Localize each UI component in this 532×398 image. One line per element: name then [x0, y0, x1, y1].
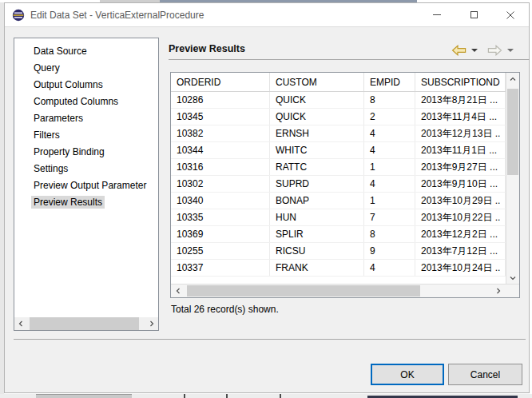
cell-custom: HUN: [270, 209, 364, 225]
cell-empid: 4: [364, 260, 415, 276]
caption-buttons: [419, 3, 529, 26]
table-horizontal-scrollbar[interactable]: [171, 284, 519, 297]
screen: Edit Data Set - VerticaExternalProcedure…: [0, 0, 532, 398]
close-icon: [506, 11, 514, 19]
cell-empid: 8: [364, 226, 415, 242]
table-row[interactable]: 10302 SUPRD 4 2013年9月10日 ...: [171, 176, 506, 193]
table-row[interactable]: 10255 RICSU 9 2013年7月12日 ...: [171, 243, 506, 260]
cell-empid: 7: [364, 209, 415, 225]
sidebar-item[interactable]: Data Source: [14, 43, 158, 60]
sidebar-item[interactable]: Preview Output Parameter: [14, 177, 158, 194]
sidebar-item[interactable]: Property Binding: [14, 144, 158, 161]
cell-empid: 1: [364, 159, 415, 175]
history-nav: [451, 43, 514, 58]
table-row[interactable]: 10316 RATTC 1 2013年9月27日 ...: [171, 159, 506, 176]
cell-subscriptiond: 2013年11月1日 ...: [415, 142, 506, 158]
sidebar-item[interactable]: Parameters: [14, 110, 158, 127]
scroll-right-icon[interactable]: [145, 317, 158, 330]
table-row[interactable]: 10382 ERNSH 4 2013年12月13日 ..: [171, 125, 506, 142]
cell-empid: 4: [364, 142, 415, 158]
back-arrow-icon[interactable]: [451, 45, 466, 56]
cell-empid: 2: [364, 109, 415, 125]
maximize-icon: [470, 11, 478, 18]
scrollbar-track[interactable]: [185, 285, 491, 297]
page-title: Preview Results: [169, 43, 245, 54]
cell-custom: ERNSH: [270, 125, 364, 141]
cell-empid: 4: [364, 176, 415, 192]
column-header[interactable]: SUBSCRIPTIOND: [415, 73, 506, 91]
scrollbar-thumb[interactable]: [507, 89, 518, 175]
cell-orderid: 10302: [171, 176, 270, 192]
scrollbar-track[interactable]: [27, 317, 145, 330]
sidebar-item[interactable]: Filters: [14, 127, 158, 144]
cell-subscriptiond: 2013年10月24日 ..: [415, 260, 506, 276]
cell-subscriptiond: 2013年12月2日 ...: [415, 226, 506, 242]
scroll-left-icon[interactable]: [171, 285, 185, 297]
cell-custom: BONAP: [270, 193, 364, 209]
footer-separator: [14, 339, 526, 340]
cell-orderid: 10286: [171, 92, 270, 108]
table-vertical-scrollbar[interactable]: [506, 73, 519, 284]
table-header-row: ORDERIDCUSTOMEMPIDSUBSCRIPTIOND: [171, 73, 506, 92]
background-tick: [226, 394, 228, 398]
scrollbar-thumb[interactable]: [30, 317, 139, 330]
column-header[interactable]: ORDERID: [171, 73, 270, 91]
column-header[interactable]: EMPID: [364, 73, 415, 91]
minimize-button[interactable]: [419, 3, 455, 26]
scroll-up-icon[interactable]: [506, 73, 519, 85]
sidebar-item[interactable]: Settings: [14, 161, 158, 177]
cell-empid: 1: [364, 193, 415, 209]
ok-button[interactable]: OK: [371, 364, 444, 385]
cell-custom: QUICK: [270, 92, 364, 108]
table-row[interactable]: 10345 QUICK 2 2013年11月4日 ...: [171, 109, 506, 125]
minimize-icon: [433, 14, 441, 15]
cell-custom: QUICK: [270, 109, 364, 125]
cell-empid: 4: [364, 125, 415, 141]
sidebar-item[interactable]: Query: [14, 60, 158, 77]
cell-empid: 8: [364, 92, 415, 108]
scroll-down-icon[interactable]: [506, 272, 519, 284]
close-button[interactable]: [492, 3, 529, 26]
cell-subscriptiond: 2013年7月12日 ...: [415, 243, 506, 259]
cell-custom: FRANK: [270, 260, 364, 276]
table-row[interactable]: 10286 QUICK 8 2013年8月21日 ...: [171, 92, 506, 109]
sidebar-horizontal-scrollbar[interactable]: [14, 317, 158, 330]
sidebar-item[interactable]: Preview Results: [14, 194, 158, 211]
back-dropdown-icon[interactable]: [471, 49, 478, 52]
title-bar[interactable]: Edit Data Set - VerticaExternalProcedure: [5, 3, 529, 27]
scrollbar-thumb[interactable]: [187, 285, 420, 297]
eclipse-icon: [12, 9, 25, 22]
sidebar-item[interactable]: Computed Columns: [14, 94, 158, 110]
forward-arrow-icon[interactable]: [487, 45, 502, 56]
cell-orderid: 10369: [171, 226, 270, 242]
table-row[interactable]: 10335 HUN 7 2013年10月22日 ..: [171, 209, 506, 226]
cell-orderid: 10340: [171, 193, 270, 209]
sidebar-items: Data SourceQueryOutput ColumnsComputed C…: [14, 38, 158, 211]
cell-orderid: 10344: [171, 142, 270, 158]
column-header[interactable]: CUSTOM: [270, 73, 364, 91]
background-tick: [184, 394, 185, 398]
cell-custom: SUPRD: [270, 176, 364, 192]
table-row[interactable]: 10340 BONAP 1 2013年10月29日 ..: [171, 193, 506, 209]
maximize-button[interactable]: [455, 3, 492, 26]
table-row[interactable]: 10369 SPLIR 8 2013年12月2日 ...: [171, 226, 506, 243]
cell-orderid: 10255: [171, 243, 270, 259]
table-row[interactable]: 10344 WHITC 4 2013年11月1日 ...: [171, 142, 506, 159]
scroll-right-icon[interactable]: [491, 285, 505, 297]
forward-dropdown-icon[interactable]: [507, 49, 514, 52]
edit-data-set-dialog: Edit Data Set - VerticaExternalProcedure…: [4, 2, 530, 393]
sidebar-item[interactable]: Output Columns: [14, 77, 158, 94]
cell-empid: 9: [364, 243, 415, 259]
cell-subscriptiond: 2013年8月21日 ...: [415, 92, 506, 108]
scroll-left-icon[interactable]: [14, 317, 27, 330]
table-row[interactable]: 10337 FRANK 4 2013年10月24日 ..: [171, 260, 506, 277]
background-tick: [280, 394, 281, 398]
cancel-button[interactable]: Cancel: [448, 364, 522, 385]
cell-subscriptiond: 2013年11月4日 ...: [415, 109, 506, 125]
cell-custom: RATTC: [270, 159, 364, 175]
cell-custom: SPLIR: [270, 226, 364, 242]
scrollbar-corner: [505, 285, 519, 297]
background-scrollbar: [36, 394, 132, 398]
cell-subscriptiond: 2013年10月22日 ..: [415, 209, 506, 225]
cell-orderid: 10337: [171, 260, 270, 276]
